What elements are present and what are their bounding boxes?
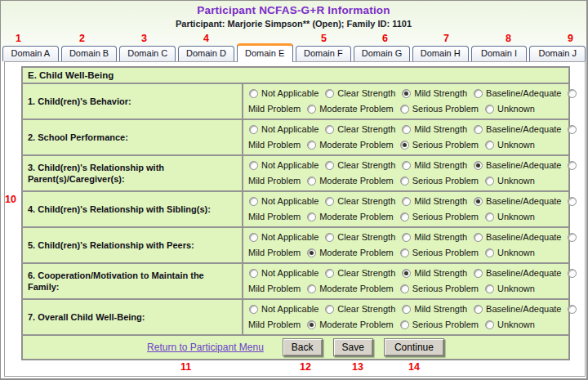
radio-clear-strength[interactable]: [325, 89, 334, 98]
radio-unknown[interactable]: [485, 248, 494, 257]
question-row: 4. Child(ren)'s Relationship with Siblin…: [22, 191, 569, 227]
radio-clear-strength[interactable]: [325, 197, 334, 206]
radio-label-baseline-adequate: Baseline/Adequate: [486, 160, 561, 170]
radio-label-moderate-problem: Moderate Problem: [319, 212, 394, 221]
tab-domain-f[interactable]: Domain F: [296, 46, 352, 61]
question-label: 2. School Performance:: [22, 119, 243, 155]
tab-domain-e: Domain E: [237, 43, 293, 62]
radio-mild-problem[interactable]: [568, 161, 577, 170]
tab-domain-c[interactable]: Domain C: [119, 46, 176, 61]
radio-mild-problem[interactable]: [568, 125, 577, 134]
radio-mild-problem[interactable]: [568, 269, 577, 278]
radio-unknown[interactable]: [485, 177, 494, 186]
radio-baseline-adequate[interactable]: [474, 161, 483, 170]
tab-domain-h[interactable]: Domain H: [412, 46, 469, 61]
question-label: 6. Cooperation/Motivation to Maintain th…: [22, 263, 243, 299]
radio-baseline-adequate[interactable]: [474, 269, 483, 278]
radio-not-applicable[interactable]: [249, 305, 258, 314]
radio-mild-strength[interactable]: [402, 161, 411, 170]
radio-moderate-problem[interactable]: [307, 141, 316, 150]
radio-label-moderate-problem: Moderate Problem: [319, 104, 394, 114]
footer-cell: Return to Participant Menu Back Save Con…: [22, 335, 569, 360]
radio-unknown[interactable]: [485, 212, 494, 221]
radio-unknown[interactable]: [485, 105, 494, 114]
radio-moderate-problem[interactable]: [307, 248, 316, 257]
radio-label-serious-problem: Serious Problem: [412, 248, 479, 257]
radio-unknown[interactable]: [485, 284, 494, 293]
radio-mild-strength[interactable]: [402, 233, 411, 242]
continue-button[interactable]: Continue: [384, 338, 444, 356]
save-button[interactable]: Save: [333, 338, 373, 356]
radio-label-clear-strength: Clear Strength: [337, 304, 395, 314]
radio-not-applicable[interactable]: [249, 233, 258, 242]
assessment-table: E. Child Well-Being 1. Child(ren)'s Beha…: [21, 66, 570, 360]
radio-label-mild-strength: Mild Strength: [414, 304, 467, 314]
assessment-rows: 1. Child(ren)'s Behavior:Not ApplicableC…: [22, 83, 569, 335]
question-row: 2. School Performance:Not ApplicableClea…: [22, 119, 569, 155]
radio-mild-problem[interactable]: [568, 197, 577, 206]
radio-unknown[interactable]: [485, 141, 494, 150]
tab-domain-i[interactable]: Domain I: [471, 46, 528, 61]
radio-mild-problem[interactable]: [568, 89, 577, 98]
tab-domain-d[interactable]: Domain D: [178, 46, 234, 61]
radio-not-applicable[interactable]: [249, 125, 258, 134]
radio-not-applicable[interactable]: [249, 197, 258, 206]
radio-moderate-problem[interactable]: [307, 320, 316, 329]
radio-label-mild-problem: Mild Problem: [248, 140, 301, 150]
radio-label-mild-problem: Mild Problem: [248, 212, 301, 221]
radio-not-applicable[interactable]: [249, 89, 258, 98]
radio-label-serious-problem: Serious Problem: [412, 140, 479, 150]
tab-domain-a[interactable]: Domain A: [2, 46, 59, 61]
radio-moderate-problem[interactable]: [307, 212, 316, 221]
options-cell: Not ApplicableClear StrengthMild Strengt…: [243, 227, 569, 263]
radio-mild-strength[interactable]: [402, 305, 411, 314]
radio-label-mild-problem: Mild Problem: [248, 104, 301, 114]
radio-label-not-applicable: Not Applicable: [261, 304, 318, 314]
radio-mild-problem[interactable]: [568, 233, 577, 242]
radio-baseline-adequate[interactable]: [474, 197, 483, 206]
question-label: 1. Child(ren)'s Behavior:: [22, 83, 243, 119]
radio-label-mild-problem: Mild Problem: [248, 176, 301, 186]
back-button[interactable]: Back: [283, 338, 323, 356]
radio-serious-problem[interactable]: [400, 105, 409, 114]
radio-mild-strength[interactable]: [402, 89, 411, 98]
radio-unknown[interactable]: [485, 320, 494, 329]
tab-domain-b[interactable]: Domain B: [61, 46, 118, 61]
radio-label-unknown: Unknown: [497, 320, 535, 329]
radio-mild-strength[interactable]: [402, 125, 411, 134]
radio-label-not-applicable: Not Applicable: [261, 88, 318, 98]
radio-baseline-adequate[interactable]: [474, 305, 483, 314]
radio-mild-strength[interactable]: [402, 269, 411, 278]
return-to-participant-menu-link[interactable]: Return to Participant Menu: [147, 342, 264, 353]
radio-serious-problem[interactable]: [400, 284, 409, 293]
radio-serious-problem[interactable]: [400, 212, 409, 221]
radio-not-applicable[interactable]: [249, 269, 258, 278]
participant-info-page: Participant NCFAS-G+R Information Partic…: [0, 0, 588, 380]
radio-serious-problem[interactable]: [400, 320, 409, 329]
radio-clear-strength[interactable]: [325, 161, 334, 170]
radio-moderate-problem[interactable]: [307, 105, 316, 114]
radio-label-moderate-problem: Moderate Problem: [319, 176, 394, 186]
radio-label-serious-problem: Serious Problem: [412, 284, 479, 293]
tab-domain-j[interactable]: Domain J: [529, 46, 586, 61]
radio-serious-problem[interactable]: [400, 248, 409, 257]
radio-moderate-problem[interactable]: [307, 284, 316, 293]
radio-moderate-problem[interactable]: [307, 177, 316, 186]
radio-label-mild-strength: Mild Strength: [414, 124, 467, 134]
radio-clear-strength[interactable]: [325, 305, 334, 314]
tab-domain-g[interactable]: Domain G: [354, 46, 410, 61]
radio-clear-strength[interactable]: [325, 233, 334, 242]
radio-label-not-applicable: Not Applicable: [261, 232, 318, 242]
radio-serious-problem[interactable]: [400, 177, 409, 186]
radio-mild-problem[interactable]: [568, 305, 577, 314]
radio-mild-strength[interactable]: [402, 197, 411, 206]
radio-baseline-adequate[interactable]: [474, 233, 483, 242]
radio-not-applicable[interactable]: [249, 161, 258, 170]
radio-baseline-adequate[interactable]: [474, 89, 483, 98]
options-cell: Not ApplicableClear StrengthMild Strengt…: [243, 263, 569, 299]
radio-serious-problem[interactable]: [400, 141, 409, 150]
radio-clear-strength[interactable]: [325, 269, 334, 278]
radio-clear-strength[interactable]: [325, 125, 334, 134]
radio-label-mild-problem: Mild Problem: [248, 248, 301, 257]
radio-baseline-adequate[interactable]: [474, 125, 483, 134]
